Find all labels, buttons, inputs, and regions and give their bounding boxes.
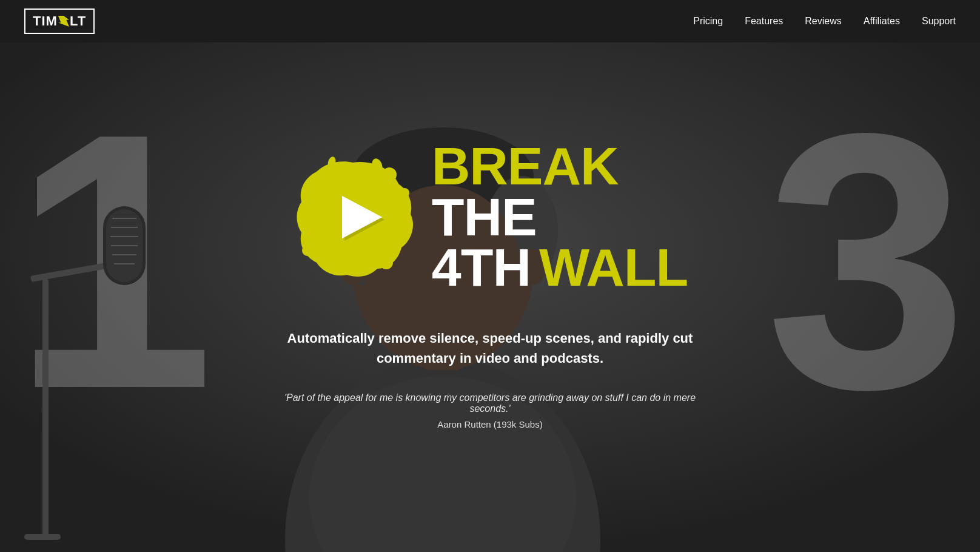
hero-logo-area: BREAK THE 4TH WALL	[292, 141, 688, 293]
splat-svg	[292, 157, 414, 278]
headline-4th-wall: 4TH WALL	[432, 242, 688, 293]
svg-point-23	[400, 188, 409, 198]
nav-item-features[interactable]: Features	[745, 16, 783, 27]
quote-author: Aaron Rutten (193k Subs)	[266, 419, 714, 429]
svg-point-24	[304, 187, 317, 199]
nav-item-reviews[interactable]: Reviews	[805, 16, 841, 27]
hero-subtitle: Automatically remove silence, speed-up s…	[287, 328, 693, 368]
svg-point-27	[380, 256, 393, 269]
nav-link-reviews[interactable]: Reviews	[805, 16, 841, 26]
nav-link-pricing[interactable]: Pricing	[693, 16, 723, 26]
logo-bolt-icon	[58, 16, 69, 27]
nav-item-pricing[interactable]: Pricing	[693, 16, 723, 27]
nav-item-support[interactable]: Support	[922, 16, 956, 27]
navigation: TIM LT Pricing Features Reviews Affiliat…	[0, 0, 980, 42]
nav-link-support[interactable]: Support	[922, 16, 956, 26]
logo-text-part2: LT	[70, 13, 86, 29]
svg-point-25	[300, 213, 309, 221]
nav-item-affiliates[interactable]: Affiliates	[864, 16, 900, 27]
logo-text-part1: TIM	[33, 13, 58, 29]
headline-break: BREAK	[432, 141, 688, 192]
subtitle-line1: Automatically remove silence, speed-up s…	[287, 331, 693, 346]
hero-content: BREAK THE 4TH WALL Automatically remove …	[0, 42, 980, 552]
svg-point-22	[382, 167, 397, 182]
paint-splat-logo[interactable]	[292, 157, 414, 278]
subtitle-line2: commentary in video and podcasts.	[377, 351, 603, 366]
headline-wall: WALL	[539, 242, 688, 293]
headline-the: THE	[432, 192, 688, 243]
logo[interactable]: TIM LT	[24, 8, 95, 34]
nav-links: Pricing Features Reviews Affiliates Supp…	[693, 16, 956, 27]
nav-link-affiliates[interactable]: Affiliates	[864, 16, 900, 26]
nav-link-features[interactable]: Features	[745, 16, 783, 26]
quote-section: 'Part of the appeal for me is knowing my…	[266, 392, 714, 429]
logo-box: TIM LT	[24, 8, 95, 34]
headline-4th: 4TH	[432, 242, 531, 293]
hero-section: 1 3	[0, 42, 980, 552]
quote-text: 'Part of the appeal for me is knowing my…	[266, 392, 714, 414]
svg-point-26	[302, 245, 313, 256]
headline-group: BREAK THE 4TH WALL	[432, 141, 688, 293]
